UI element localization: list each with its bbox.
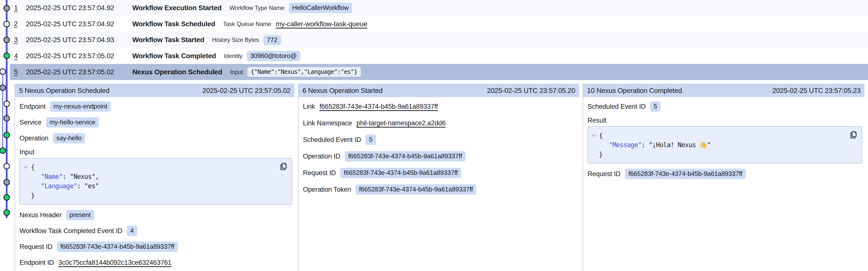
- panel-timestamp: 2025-02-25 UTC 23:57:05.20: [487, 87, 575, 94]
- copy-button[interactable]: [848, 130, 858, 141]
- timeline-marker-gray: [4, 37, 10, 43]
- copy-icon: [849, 130, 858, 140]
- event-id-link[interactable]: 5: [14, 68, 23, 76]
- timeline-marker-gray: [0, 85, 6, 91]
- timeline-marker-light: [4, 163, 10, 169]
- field-value-badge: 4: [127, 226, 137, 236]
- timeline-marker-green: [0, 148, 6, 154]
- field-value-badge: 5: [650, 101, 660, 112]
- field-label: Nexus Header: [20, 211, 62, 219]
- field-value-link[interactable]: phil-target-namespace2.a2dd6: [356, 119, 445, 127]
- code-line: }: [25, 191, 287, 200]
- chevron-down-icon[interactable]: [591, 133, 596, 138]
- detail-field: Request IDf665283f-743e-4374-b45b-9a61a8…: [303, 167, 577, 178]
- timeline-marker-light: [4, 101, 10, 107]
- event-attr-value-badge: {"Name":"Nexus","Language":"es"}: [247, 67, 361, 77]
- panel-title: 6 Nexus Operation Started: [303, 87, 382, 94]
- timeline-marker-green: [4, 210, 10, 216]
- event-attr-value-badge: HelloCallerWorkflow: [289, 3, 352, 13]
- timeline-marker-light: [4, 21, 10, 27]
- copy-button[interactable]: [278, 162, 288, 173]
- code-line: "Name": "Nexus",: [25, 172, 287, 181]
- event-timeline: [0, 0, 14, 271]
- field-label: Link: [303, 103, 315, 110]
- event-timestamp: 2025-02-25 UTC 23:57:04.93: [26, 36, 122, 44]
- detail-field: Linkf665283f-743e-4374-b45b-9a61a89337ff: [303, 101, 577, 112]
- panel-title: 5 Nexus Operation Scheduled: [19, 87, 109, 94]
- event-id-link[interactable]: 4: [14, 52, 23, 60]
- event-name: Workflow Execution Started: [132, 4, 222, 12]
- detail-field: Scheduled Event ID5: [588, 101, 862, 112]
- timeline-marker-light: [0, 69, 6, 75]
- detail-field: Scheduled Event ID5: [303, 134, 577, 145]
- detail-field: Link Namespacephil-target-namespace2.a2d…: [303, 118, 577, 129]
- event-timestamp: 2025-02-25 UTC 23:57:05.02: [26, 68, 122, 76]
- field-label: Link Namespace: [303, 119, 352, 127]
- event-timestamp: 2025-02-25 UTC 23:57:04.92: [26, 20, 122, 28]
- code-line: {: [25, 163, 287, 172]
- event-attr-label: Identity: [224, 53, 242, 59]
- panel-content: Endpointmy-nexus-endpointServicemy-hello…: [15, 97, 298, 268]
- detail-field: Workflow Task Completed Event ID4: [20, 225, 292, 236]
- json-punctuation: }: [599, 151, 603, 158]
- event-row[interactable]: 52025-02-25 UTC 23:57:05.02Nexus Operati…: [10, 64, 868, 80]
- field-value-link[interactable]: f665283f-743e-4374-b45b-9a61a89337ff: [319, 103, 438, 110]
- event-row[interactable]: 22025-02-25 UTC 23:57:04.92Workflow Task…: [10, 16, 868, 32]
- json-punctuation: {: [599, 132, 603, 139]
- event-detail-panels: 5 Nexus Operation Scheduled2025-02-25 UT…: [0, 84, 868, 271]
- code-line: {: [593, 131, 857, 140]
- field-value-link[interactable]: 3c0c75ccfa8144b092c13ce632463761: [58, 259, 172, 267]
- event-id-link[interactable]: 1: [14, 4, 23, 12]
- event-detail-panel: 5 Nexus Operation Scheduled2025-02-25 UT…: [14, 84, 298, 271]
- event-attr-value-badge: 772: [264, 35, 281, 45]
- json-value: : "Nexus",: [63, 173, 99, 180]
- event-id-link[interactable]: 3: [14, 36, 23, 44]
- event-timestamp: 2025-02-25 UTC 23:57:05.02: [26, 52, 122, 60]
- timeline-marker-green: [4, 53, 10, 59]
- field-value-badge: f665283f-743e-4374-b45b-9a61a89337ff: [340, 168, 461, 178]
- detail-field: Operationsay-hello: [20, 133, 292, 144]
- field-value-badge: f665283f-743e-4374-b45b-9a61a89337ff: [355, 184, 476, 195]
- code-line: "Message": "¡Hola! Nexus 👋": [593, 140, 857, 150]
- detail-field: Nexus Headerpresent: [20, 210, 292, 220]
- event-name: Workflow Task Completed: [132, 52, 216, 60]
- detail-field: Endpointmy-nexus-endpoint: [20, 101, 292, 112]
- event-attr-label: Workflow Type Name: [229, 4, 284, 11]
- event-attr-value-link[interactable]: my-caller-workflow-task-queue: [276, 20, 367, 28]
- event-detail-panel: 6 Nexus Operation Started2025-02-25 UTC …: [298, 84, 583, 271]
- event-row[interactable]: 12025-02-25 UTC 23:57:04.92Workflow Exec…: [10, 0, 868, 16]
- detail-field: Operation Tokenf665283f-743e-4374-b45b-9…: [303, 184, 577, 195]
- field-value-badge: f665283f-743e-4374-b45b-9a61a89337ff: [625, 169, 746, 179]
- field-label: Endpoint: [20, 103, 45, 110]
- event-attr-label: History Size Bytes: [212, 36, 259, 43]
- event-name: Workflow Task Scheduled: [132, 20, 215, 28]
- code-line: }: [593, 150, 857, 159]
- field-label: Operation: [20, 135, 49, 142]
- field-label: Workflow Task Completed Event ID: [20, 227, 122, 235]
- json-key: "Name": [41, 173, 63, 180]
- event-attr-value-badge: 30960@totoro@: [247, 51, 300, 61]
- event-row[interactable]: 42025-02-25 UTC 23:57:05.02Workflow Task…: [10, 48, 868, 64]
- panel-header: 5 Nexus Operation Scheduled2025-02-25 UT…: [15, 84, 294, 97]
- json-key: "Message": [609, 141, 642, 148]
- code-viewer: {"Message": "¡Hola! Nexus 👋"}: [588, 126, 862, 163]
- panel-header: 10 Nexus Operation Completed2025-02-25 U…: [583, 84, 865, 97]
- event-row[interactable]: 32025-02-25 UTC 23:57:04.93Workflow Task…: [10, 32, 868, 48]
- event-id-link[interactable]: 2: [14, 20, 23, 28]
- field-label: Service: [20, 119, 41, 126]
- copy-icon: [279, 162, 288, 171]
- event-attr-label: Input: [230, 69, 243, 76]
- panel-content: Scheduled Event ID5Result{"Message": "¡H…: [583, 97, 868, 179]
- timeline-marker-gray: [4, 116, 10, 121]
- panel-timestamp: 2025-02-25 UTC 23:57:05.23: [773, 87, 861, 94]
- field-label: Request ID: [20, 243, 53, 251]
- json-key: "Language": [41, 182, 77, 190]
- field-label: Request ID: [588, 170, 620, 178]
- field-value-badge: say-hello: [53, 133, 85, 143]
- detail-field: Request IDf665283f-743e-4374-b45b-9a61a8…: [20, 241, 292, 252]
- detail-field: Operation IDf665283f-743e-4374-b45b-9a61…: [303, 151, 577, 162]
- chevron-down-icon[interactable]: [23, 164, 28, 170]
- panel-timestamp: 2025-02-25 UTC 23:57:05.02: [203, 87, 290, 94]
- field-label: Scheduled Event ID: [303, 136, 361, 144]
- panel-header: 6 Nexus Operation Started2025-02-25 UTC …: [299, 84, 579, 97]
